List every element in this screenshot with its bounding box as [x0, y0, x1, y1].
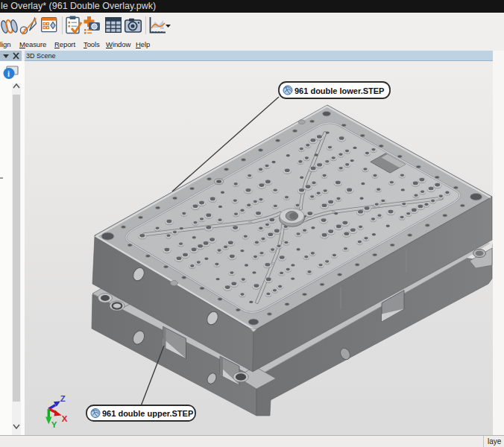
svg-text:i: i — [7, 69, 10, 78]
